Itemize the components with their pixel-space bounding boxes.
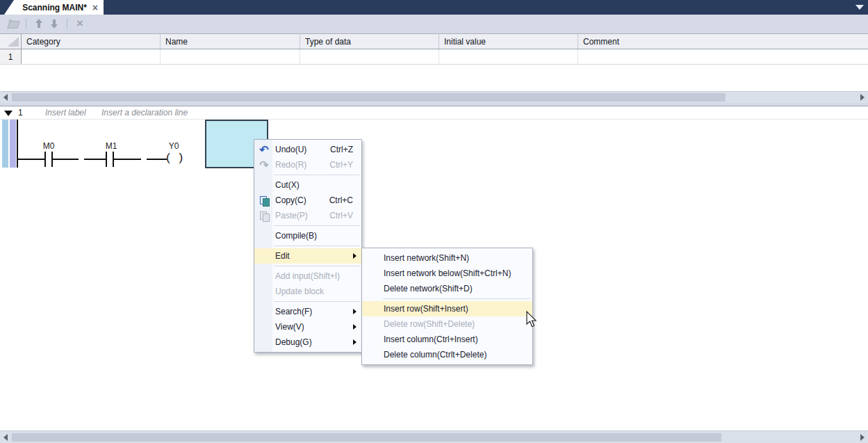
menu-item-delete-network[interactable]: Delete network(Shift+D) (362, 281, 532, 296)
tab-bar: Scanning MAIN* × (0, 0, 868, 15)
scrollbar-thumb[interactable] (12, 433, 721, 442)
menu-separator (274, 245, 360, 246)
declaration-table: Category Name Type of data Initial value… (0, 33, 868, 91)
contact-m1[interactable] (113, 152, 114, 167)
menu-separator (274, 225, 360, 226)
delete-icon: × (76, 17, 83, 29)
insert-declaration-hint[interactable]: Insert a declaration line (101, 108, 188, 118)
scroll-right-button[interactable] (857, 92, 868, 103)
menu-separator (274, 266, 360, 266)
scroll-left-button[interactable] (0, 92, 11, 103)
menu-separator (274, 301, 360, 302)
mouse-cursor (525, 311, 538, 329)
menu-item-add-input: Add input(Shift+I) (254, 268, 361, 284)
wire-segment (84, 159, 106, 160)
menu-item-cut[interactable]: Cut(X) (254, 177, 361, 193)
toolbar-separator (26, 18, 26, 29)
contact-label-m0[interactable]: M0 (17, 141, 80, 151)
tab-close-icon[interactable]: × (92, 3, 98, 13)
column-header-comment[interactable]: Comment (578, 34, 868, 49)
arrow-down-icon (49, 19, 59, 29)
menu-item-insert-row[interactable]: Insert row(Shift+Insert) (362, 301, 532, 316)
ladder-h-scrollbar (0, 430, 868, 443)
menu-item-undo[interactable]: ↶ Undo(U) Ctrl+Z (254, 142, 361, 157)
tab-scanning-main[interactable]: Scanning MAIN* × (4, 0, 104, 15)
contact-m0[interactable] (51, 152, 53, 167)
cell-category[interactable] (22, 49, 161, 64)
scroll-left-icon (3, 434, 8, 441)
menu-item-compile[interactable]: Compile(B) (254, 228, 361, 243)
menu-item-redo: ↷ Redo(R) Ctrl+Y (254, 157, 361, 172)
submenu-arrow-icon (353, 339, 357, 345)
network-margin-bar-lavender (10, 120, 16, 168)
table-header-row: Category Name Type of data Initial value… (0, 34, 868, 49)
wire-segment (147, 159, 167, 160)
edit-declaration-button[interactable] (6, 17, 21, 31)
menu-item-insert-network-below[interactable]: Insert network below(Shift+Ctrl+N) (362, 266, 532, 281)
table-row: 1 (0, 49, 868, 65)
tab-title: Scanning MAIN* (22, 3, 87, 13)
menu-separator (274, 175, 360, 175)
scroll-left-button[interactable] (0, 431, 11, 443)
context-menu: ↶ Undo(U) Ctrl+Z ↷ Redo(R) Ctrl+Y Cut(X)… (254, 139, 362, 353)
menu-item-edit[interactable]: Edit (254, 248, 361, 264)
coil-label-y0[interactable]: Y0 (142, 141, 205, 151)
corner-triangle-icon (8, 37, 19, 47)
cell-name[interactable] (161, 49, 300, 64)
menu-item-update-block: Update block (254, 284, 361, 299)
column-header-name[interactable]: Name (161, 34, 300, 49)
scroll-right-icon (860, 94, 865, 101)
column-header-type-of-data[interactable]: Type of data (300, 34, 439, 49)
undo-icon: ↶ (257, 143, 271, 156)
network-margin-bar-blue (2, 120, 8, 168)
declaration-toolbar: × (0, 15, 868, 32)
edit-submenu: Insert network(Shift+N) Insert network b… (361, 248, 533, 365)
scroll-right-icon (860, 434, 865, 441)
network-header: 1 Insert label Insert a declaration line (0, 106, 868, 120)
paste-icon (260, 211, 269, 220)
contact-m0[interactable] (44, 152, 46, 167)
row-number-cell[interactable]: 1 (0, 49, 22, 64)
menu-item-debug[interactable]: Debug(G) (254, 335, 361, 350)
menu-item-insert-network[interactable]: Insert network(Shift+N) (362, 250, 532, 266)
scroll-left-icon (3, 94, 8, 101)
table-corner-cell[interactable] (0, 34, 22, 49)
cell-type-of-data[interactable] (300, 49, 439, 64)
wire-segment (18, 159, 44, 160)
coil-y0[interactable]: ( ) (166, 151, 186, 165)
column-header-initial-value[interactable]: Initial value (439, 34, 578, 49)
collapse-network-icon[interactable] (4, 111, 13, 116)
contact-m1[interactable] (106, 152, 107, 167)
column-header-category[interactable]: Category (22, 34, 161, 49)
move-up-button[interactable] (31, 17, 47, 31)
menu-item-search[interactable]: Search(F) (254, 304, 361, 319)
contact-label-m1[interactable]: M1 (80, 141, 142, 151)
insert-label-hint[interactable]: Insert label (45, 108, 86, 118)
editor-window: Scanning MAIN* × × Category Name Type of… (0, 0, 868, 443)
menu-item-delete-column[interactable]: Delete column(Ctrlt+Delete) (362, 347, 532, 362)
menu-item-paste: Paste(P) Ctrl+V (254, 208, 361, 223)
submenu-arrow-icon (353, 309, 357, 314)
submenu-arrow-icon (353, 324, 357, 330)
declaration-h-scrollbar (0, 91, 868, 103)
tab-list-dropdown-icon[interactable] (855, 5, 864, 10)
toolbar-separator (67, 18, 67, 29)
wire-segment (114, 159, 141, 160)
menu-item-copy[interactable]: Copy(C) Ctrl+C (254, 193, 361, 208)
scroll-right-button[interactable] (857, 431, 868, 443)
move-down-button[interactable] (47, 17, 62, 31)
redo-icon: ↷ (257, 158, 271, 172)
wire-segment (53, 159, 79, 160)
cell-initial-value[interactable] (439, 49, 578, 64)
menu-item-view[interactable]: View(V) (254, 319, 361, 335)
menu-item-insert-column[interactable]: Insert column(Ctrl+Insert) (362, 332, 532, 347)
network-number: 1 (18, 108, 23, 118)
copy-icon (260, 196, 269, 205)
delete-button[interactable]: × (72, 17, 88, 31)
cell-comment[interactable] (578, 49, 868, 64)
arrow-up-icon (34, 19, 44, 29)
menu-separator (383, 298, 531, 299)
scrollbar-thumb[interactable] (12, 93, 726, 102)
menu-item-delete-row: Delete row(Shift+Delete) (362, 316, 532, 332)
submenu-arrow-icon (353, 253, 357, 259)
